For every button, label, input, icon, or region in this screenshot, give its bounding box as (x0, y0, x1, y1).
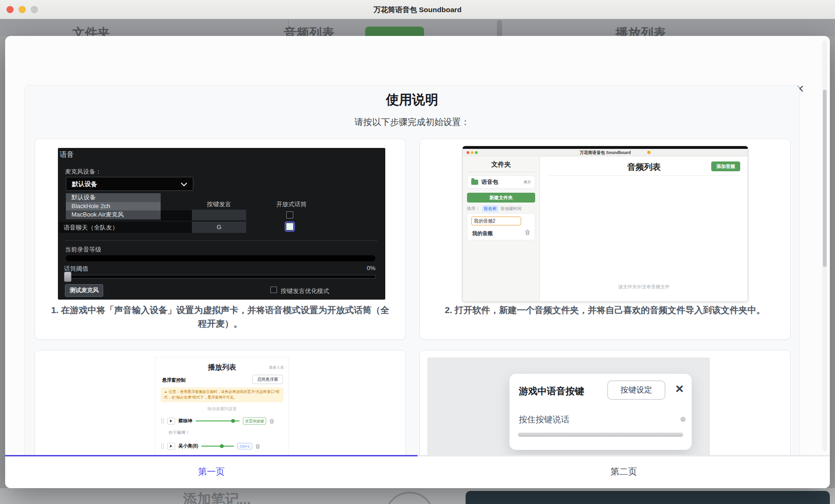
divider (549, 175, 739, 176)
mini-folders-sidebar: 文件夹 语音包 展开 新建文件夹 排序： 按名称 按创建时间 (463, 157, 540, 301)
push-to-talk-header: 按键发言 (198, 200, 240, 209)
enable-overlay-button[interactable]: 启用悬浮窗 (252, 375, 283, 384)
mini-rename-input[interactable] (471, 217, 521, 225)
mini-sort-by-name[interactable]: 按名称 (482, 205, 498, 212)
hotkey-dialog: 游戏中语音按键 按键设定 × 按住按键说话 (509, 374, 692, 450)
soundboard-app-screenshot: 万花筒语音包 Soundboard 文件夹 语音包 展开 新建文件夹 排序： 按… (462, 146, 748, 302)
voice-chat-keybind[interactable]: G (192, 222, 246, 233)
device-option-blackhole[interactable]: BlackHole 2ch (66, 202, 161, 211)
drag-handle-icon[interactable] (161, 444, 164, 448)
mic-device-selected: 默认设备 (72, 180, 97, 189)
volume-slider[interactable] (201, 446, 234, 447)
background-app-bottom: 添加笔记... (0, 488, 835, 504)
trash-icon[interactable] (269, 419, 274, 424)
mini-audio-list-area: 音频列表 添加音频 该文件夹中没有音频文件 (540, 157, 748, 301)
page-one-tab[interactable]: 第一页 (5, 455, 418, 488)
mini-empty-message: 该文件夹中没有音频文件 (540, 284, 748, 290)
step2-caption: 2. 打开软件，新建一个音频文件夹，并将自己喜欢的音频文件导入到该文件夹中。 (436, 303, 774, 317)
warning-text: 注意：使用悬浮窗播放音频时，请务必将游戏设置为“无边框窗口”模式，在“独占全屏”… (164, 390, 279, 399)
window-titlebar: 万花筒语音包 Soundboard (0, 0, 835, 19)
folder-icon (471, 180, 478, 185)
keybind-cell-empty[interactable] (192, 210, 246, 220)
open-mic-checkbox-row2-checked[interactable] (286, 223, 294, 231)
step2-card: 万花筒语音包 Soundboard 文件夹 语音包 展开 新建文件夹 排序： 按… (419, 139, 791, 340)
mini-folder-list-card: 我的音频 (467, 213, 535, 240)
audio-subtitle: 你干嘛啊！ (169, 430, 190, 436)
mini-window-title: 万花筒语音包 Soundboard (463, 150, 748, 156)
threshold-slider-handle[interactable] (64, 272, 71, 282)
instructions-modal: 使用说明 × 使用说明 请按以下步骤完成初始设置： 语音 麦克风设备： 默认设备… (5, 36, 830, 488)
bg-add-note-button[interactable]: 添加笔记... (183, 490, 251, 504)
mic-device-label: 麦克风设备： (65, 168, 101, 176)
volume-slider[interactable] (196, 420, 240, 421)
ptt-optimize-label: 按键发言优化模式 (281, 287, 329, 295)
bg-audio-list-header: 音频列表 (284, 25, 334, 36)
device-option-default[interactable]: 默认设备 (66, 193, 161, 202)
row1-strip (161, 210, 192, 221)
audio-name: 蔡徐坤 (178, 418, 192, 424)
chevron-down-icon (181, 182, 187, 187)
shortcut-badge[interactable]: Ctrl+1 (237, 443, 252, 449)
mini-titlebar: 万花筒语音包 Soundboard (463, 149, 748, 156)
bg-play-button[interactable] (385, 492, 434, 504)
device-option-macbook-mic[interactable]: MacBook Air麦克风 (66, 210, 161, 219)
instructions-panel: 使用说明 请按以下步骤完成初始设置： 语音 麦克风设备： 默认设备 按键发言 开… (24, 85, 800, 488)
mini-add-audio-button[interactable]: 添加音频 (711, 161, 740, 171)
trash-icon[interactable] (255, 444, 260, 449)
trash-icon[interactable] (525, 230, 530, 235)
set-key-button[interactable]: 按键设定 (607, 380, 665, 400)
ptt-optimize-checkbox[interactable] (270, 287, 277, 293)
hotkey-hint: 按住按键说话 (519, 414, 569, 425)
mini-sort-by-created[interactable]: 按创建时间 (501, 206, 522, 212)
mini-new-folder-button[interactable]: 新建文件夹 (467, 193, 535, 203)
mini-expand-link[interactable]: 展开 (524, 180, 531, 185)
bg-add-audio-button[interactable] (365, 27, 424, 36)
modal-scrollbar-thumb[interactable] (823, 90, 827, 267)
instructions-subtitle: 请按以下步骤完成初始设置： (25, 116, 800, 128)
bg-folders-header: 文件夹 (72, 25, 110, 36)
threshold-slider-track[interactable] (66, 275, 375, 279)
warning-icon: ▲ (164, 390, 169, 394)
playlist-max-label: 最多八条 (269, 365, 284, 370)
threshold-value: 0% (357, 265, 375, 272)
voice-level-bar (518, 433, 683, 437)
step1-card: 语音 麦克风设备： 默认设备 按键发言 开放式话筒 默认设备 BlackHole… (35, 139, 406, 340)
divider (467, 172, 535, 172)
mini-sort-label: 排序： (467, 206, 480, 212)
playlist-row[interactable]: 吴小美(8) Ctrl+1 (161, 441, 285, 452)
game-voice-settings-screenshot: 语音 麦克风设备： 默认设备 按键发言 开放式话筒 默认设备 BlackHole… (58, 148, 385, 300)
bg-playlist-header: 播放列表 (616, 25, 666, 36)
mini-sort-row: 排序： 按名称 按创建时间 (467, 205, 522, 212)
step1-caption: 1. 在游戏中将「声音输入设备」设置为虚拟声卡，并将语音模式设置为开放式话筒（全… (51, 303, 389, 331)
window-title: 万花筒语音包 Soundboard (0, 0, 835, 19)
pagination-footer: 第一页 第二页 (5, 455, 830, 488)
instructions-heading: 使用说明 (25, 91, 800, 109)
play-icon[interactable] (167, 443, 175, 450)
bg-scrollbar-thumb[interactable] (497, 20, 502, 36)
close-icon[interactable]: × (670, 378, 689, 399)
audio-name: 吴小美(8) (178, 443, 198, 449)
play-icon[interactable] (167, 418, 175, 425)
background-app-top: 文件夹 音频列表 播放列表 (0, 19, 835, 36)
hotkey-dialog-title: 游戏中语音按键 (519, 385, 584, 398)
status-dot (647, 151, 651, 154)
playlist-row[interactable]: 蔡徐坤 设置快捷键 (161, 415, 285, 427)
mini-folder-name: 语音包 (481, 178, 498, 186)
test-mic-button[interactable]: 测试麦克风 (65, 284, 103, 297)
drag-handle-icon[interactable] (161, 419, 164, 423)
divider (65, 240, 377, 241)
voice-panel-title: 语音 (60, 150, 74, 159)
mini-folder-row[interactable]: 语音包 展开 (467, 175, 535, 189)
page-two-tab[interactable]: 第二页 (418, 455, 830, 488)
record-level-bar (66, 255, 375, 261)
overlay-warning: ▲ 注意：使用悬浮窗播放音频时，请务必将游戏设置为“无边框窗口”模式，在“独占全… (161, 387, 283, 402)
drop-hint: 拖动音频到这里 (156, 406, 289, 412)
voice-chat-label: 语音聊天（全队友） (64, 224, 118, 232)
set-shortcut-badge[interactable]: 设置快捷键 (243, 417, 266, 425)
record-level-label: 当前录音等级 (65, 245, 101, 254)
mini-folder-item[interactable]: 我的音频 (472, 230, 493, 237)
open-mic-checkbox-row1[interactable] (286, 211, 293, 218)
mini-folders-header: 文件夹 (463, 161, 539, 169)
mic-device-select[interactable]: 默认设备 (66, 177, 193, 191)
status-dot (680, 417, 686, 422)
